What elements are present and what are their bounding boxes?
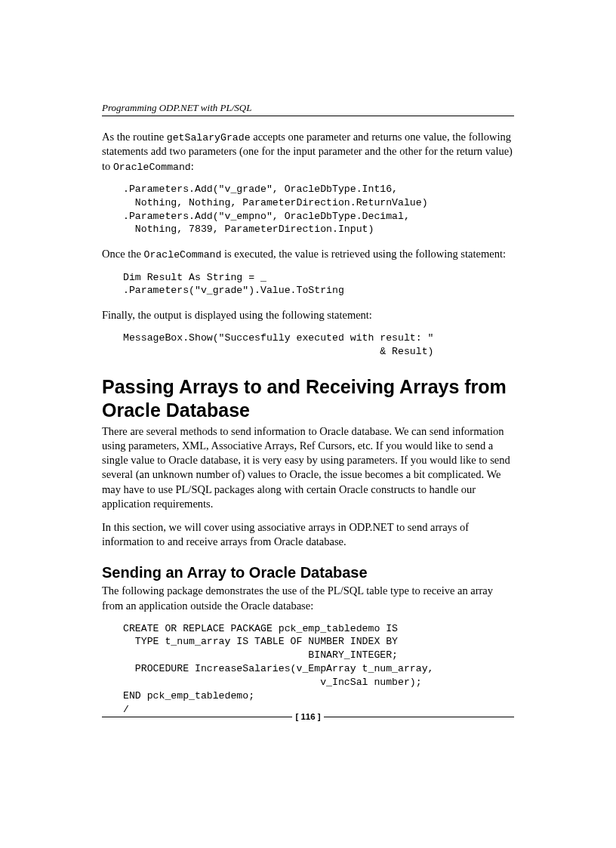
paragraph: Once the OracleCommand is executed, the … — [102, 247, 514, 261]
inline-code: getSalaryGrade — [167, 132, 251, 143]
code-block: .Parameters.Add("v_grade", OracleDbType.… — [123, 183, 514, 236]
heading-2: Sending an Array to Oracle Database — [102, 563, 514, 582]
header-row: Programming ODP.NET with PL/SQL — [102, 102, 514, 114]
paragraph: There are several methods to send inform… — [102, 424, 514, 511]
text-run: : — [191, 160, 194, 172]
text-run: Once the — [102, 248, 144, 260]
header-rule — [102, 116, 514, 116]
footer-rule-left — [102, 717, 292, 717]
inline-code: OracleCommand — [113, 162, 191, 173]
page-footer: [ 116 ] — [102, 712, 514, 721]
page: Programming ODP.NET with PL/SQL As the r… — [0, 0, 616, 848]
running-head: Programming ODP.NET with PL/SQL — [102, 102, 251, 114]
paragraph: As the routine getSalaryGrade accepts on… — [102, 130, 514, 174]
code-block: MessageBox.Show("Succesfully executed wi… — [123, 331, 514, 359]
text-run: As the routine — [102, 131, 167, 143]
footer-rule-right — [324, 717, 514, 717]
paragraph: Finally, the output is displayed using t… — [102, 308, 514, 322]
paragraph: In this section, we will cover using ass… — [102, 520, 514, 549]
code-block: CREATE OR REPLACE PACKAGE pck_emp_tabled… — [123, 622, 514, 717]
code-block: Dim Result As String = _ .Parameters("v_… — [123, 271, 514, 298]
page-number: [ 116 ] — [292, 712, 323, 721]
text-run: is executed, the value is retrieved usin… — [221, 248, 506, 260]
inline-code: OracleCommand — [144, 249, 222, 261]
body-text: As the routine getSalaryGrade accepts on… — [102, 130, 514, 716]
heading-1: Passing Arrays to and Receiving Arrays f… — [102, 375, 514, 421]
paragraph: The following package demonstrates the u… — [102, 584, 514, 612]
